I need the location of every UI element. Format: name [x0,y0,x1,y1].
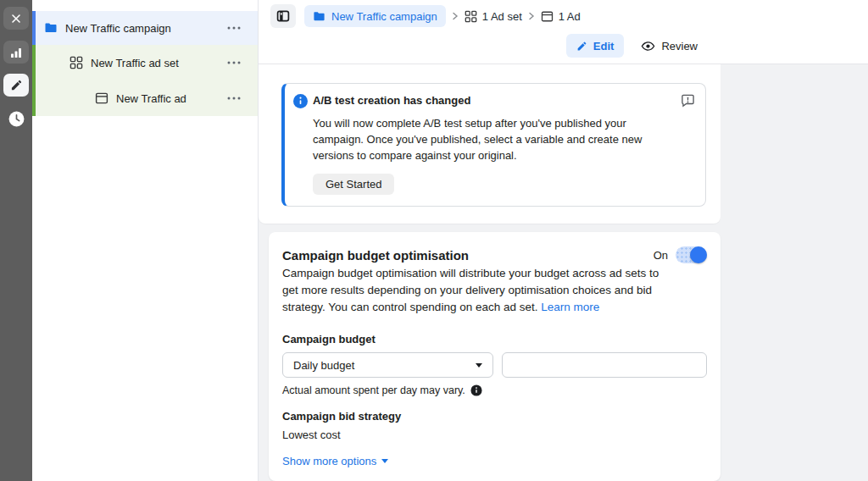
pencil-icon [10,79,23,91]
reporting-button[interactable] [3,41,29,64]
notice-title: A/B test creation has changed [313,94,666,107]
side-panel-icon [276,9,290,23]
close-button[interactable] [3,7,29,30]
budget-helper: Actual amount spent per day may vary. [282,384,707,396]
ad-icon [541,10,554,23]
breadcrumb-ad-label: 1 Ad [559,10,581,23]
breadcrumb: New Traffic campaign 1 Ad set 1 Ad [270,4,581,28]
caret-down-icon [381,459,388,463]
toggle-knob [690,246,707,263]
more-options-icon[interactable] [225,58,242,68]
ad-icon [95,91,108,105]
tree-item-label: New Traffic ad set [91,57,179,69]
folder-icon [44,21,58,35]
feedback-icon[interactable] [681,93,695,108]
info-icon[interactable] [470,384,482,396]
collapse-panel-button[interactable] [270,4,296,28]
budget-amount-input[interactable] [502,352,707,378]
tree-item-campaign[interactable]: New Traffic campaign [32,11,258,45]
ab-test-notice-card: A/B test creation has changed You will n… [281,83,706,207]
main-area: New Traffic campaign 1 Ad set 1 Ad [259,0,868,481]
review-tab[interactable]: Review [641,39,698,53]
more-options-icon[interactable] [225,23,242,33]
pencil-icon [576,41,587,52]
budget-field-row: Daily budget [282,352,707,378]
campaign-budget-card: Campaign budget optimisation On Campaign… [269,232,721,481]
budget-toggle-group: On [654,246,707,263]
close-icon [10,13,22,25]
mode-switcher: Edit Review [566,34,698,58]
history-button[interactable] [3,108,29,130]
bid-strategy-label: Campaign bid strategy [282,410,707,423]
breadcrumb-adset[interactable]: 1 Ad set [465,10,522,23]
edit-tab-label: Edit [593,40,615,53]
folder-icon [313,10,326,23]
clock-icon [8,110,25,128]
learn-more-link[interactable]: Learn more [541,301,599,313]
ad-set-icon [465,10,477,23]
top-bar: New Traffic campaign 1 Ad set 1 Ad [259,0,868,64]
top-panel: A/B test creation has changed You will n… [259,64,721,224]
budget-card-header: Campaign budget optimisation On [282,246,707,263]
budget-description: Campaign budget optimisation will distri… [282,265,668,316]
tree-item-label: New Traffic ad [116,92,186,105]
toggle-state-label: On [654,249,668,262]
eye-icon [641,39,655,53]
ad-set-icon [70,56,83,69]
caret-down-icon [476,363,482,368]
budget-helper-text: Actual amount spent per day may vary. [282,384,465,396]
campaign-tree-panel: New Traffic campaign New Traffic ad set … [32,0,259,481]
bid-strategy-value: Lowest cost [282,428,707,441]
breadcrumb-campaign-label: New Traffic campaign [331,10,437,23]
breadcrumb-campaign[interactable]: New Traffic campaign [304,5,446,27]
budget-type-value: Daily budget [293,359,354,372]
edit-tab[interactable]: Edit [566,34,625,58]
budget-optimisation-toggle[interactable] [676,246,707,263]
breadcrumb-adset-label: 1 Ad set [482,10,522,23]
breadcrumb-ad[interactable]: 1 Ad [541,10,581,23]
more-options-icon[interactable] [225,93,242,103]
show-more-options-link[interactable]: Show more options [282,455,388,467]
chevron-right-icon [526,11,537,21]
budget-description-text: Campaign budget optimisation will distri… [282,267,659,313]
notice-body: You will now complete A/B test setup aft… [313,115,666,163]
tree-item-label: New Traffic campaign [65,22,171,35]
bar-chart-icon [10,47,22,58]
tree-adset-group: New Traffic ad set New Traffic ad [32,45,258,116]
budget-card-title: Campaign budget optimisation [282,248,469,263]
edit-mode-button[interactable] [3,74,29,97]
review-tab-label: Review [661,40,698,53]
show-more-label: Show more options [282,455,376,467]
get-started-button[interactable]: Get Started [313,174,394,195]
info-icon [293,94,308,108]
content-area: A/B test creation has changed You will n… [259,64,868,481]
tree-item-adset[interactable]: New Traffic ad set [36,45,258,80]
chevron-right-icon [450,11,460,21]
left-rail [0,0,32,481]
tree-item-ad[interactable]: New Traffic ad [36,80,258,116]
budget-type-select[interactable]: Daily budget [282,352,493,378]
campaign-budget-label: Campaign budget [282,333,707,346]
